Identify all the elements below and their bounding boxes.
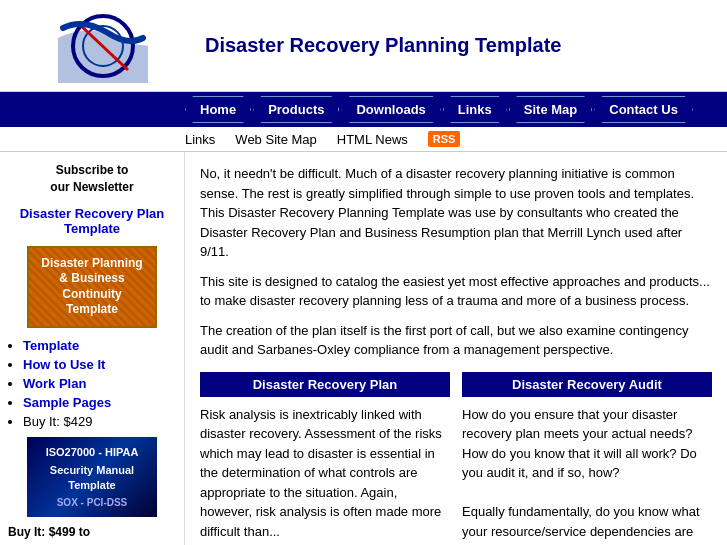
secondary-nav: Links Web Site Map HTML News RSS [0, 127, 727, 152]
template-link[interactable]: Template [23, 338, 79, 353]
sidebar-image1[interactable]: Disaster Planning & Business Continuity … [27, 246, 157, 328]
sidebar-image2[interactable]: ISO27000 - HIPAA Security Manual Templat… [27, 437, 157, 517]
intro-p3: The creation of the plan itself is the f… [200, 321, 712, 360]
two-column-section: Disaster Recovery Plan Risk analysis is … [200, 372, 712, 546]
logo-area [10, 8, 195, 83]
list-item: Sample Pages [23, 395, 176, 410]
sidebar-image1-text: Disaster Planning & Business Continuity … [37, 256, 147, 318]
intro-text: No, it needn't be difficult. Much of a d… [200, 164, 712, 360]
content-layout: Subscribe to our Newsletter Disaster Rec… [0, 152, 727, 545]
site-title: Disaster Recovery Planning Template [195, 34, 717, 57]
col1: Disaster Recovery Plan Risk analysis is … [200, 372, 450, 546]
subscribe-line1: Subscribe to [56, 163, 129, 177]
logo [58, 8, 148, 83]
col2: Disaster Recovery Audit How do you ensur… [462, 372, 712, 546]
list-item: Work Plan [23, 376, 176, 391]
rss-badge[interactable]: RSS [428, 131, 461, 147]
samplepages-link[interactable]: Sample Pages [23, 395, 111, 410]
intro-p1: No, it needn't be difficult. Much of a d… [200, 164, 712, 262]
sidebar-image2-line2: Security Manual Template [35, 463, 149, 492]
nav-contact[interactable]: Contact Us [594, 96, 693, 123]
list-item: How to Use It [23, 357, 176, 372]
sidebar-list: Template How to Use It Work Plan Sample … [23, 338, 176, 429]
col2-header: Disaster Recovery Audit [462, 372, 712, 397]
sec-nav-html-news[interactable]: HTML News [337, 132, 408, 147]
sidebar-image2-text: ISO27000 - HIPAA Security Manual Templat… [35, 445, 149, 509]
nav-home[interactable]: Home [185, 96, 251, 123]
nav-sitemap[interactable]: Site Map [509, 96, 592, 123]
main-content: No, it needn't be difficult. Much of a d… [185, 152, 727, 545]
nav-bar: Home Products Downloads Links Site Map C… [0, 92, 727, 127]
page-header: Disaster Recovery Planning Template [0, 0, 727, 92]
intro-p2: This site is designed to catalog the eas… [200, 272, 712, 311]
dr-plan-link[interactable]: Disaster Recovery Plan Template [8, 206, 176, 236]
sidebar-image2-tag: SOX - PCI-DSS [35, 496, 149, 509]
subscribe-box: Subscribe to our Newsletter [8, 162, 176, 196]
buy-it-label2: Buy It: $499 to [8, 525, 176, 539]
list-item: Buy It: $429 [23, 414, 176, 429]
col1-header: Disaster Recovery Plan [200, 372, 450, 397]
nav-downloads[interactable]: Downloads [341, 96, 440, 123]
nav-products[interactable]: Products [253, 96, 339, 123]
sidebar: Subscribe to our Newsletter Disaster Rec… [0, 152, 185, 545]
workplan-link[interactable]: Work Plan [23, 376, 86, 391]
col2-text: How do you ensure that your disaster rec… [462, 405, 712, 546]
sidebar-image2-line1: ISO27000 - HIPAA [35, 445, 149, 459]
howto-link[interactable]: How to Use It [23, 357, 105, 372]
sec-nav-links[interactable]: Links [185, 132, 215, 147]
buy-it-label1: Buy It: $429 [23, 414, 92, 429]
nav-items: Home Products Downloads Links Site Map C… [185, 94, 693, 125]
subscribe-line2: our Newsletter [50, 180, 133, 194]
col1-text: Risk analysis is inextricably linked wit… [200, 405, 450, 542]
nav-links[interactable]: Links [443, 96, 507, 123]
list-item: Template [23, 338, 176, 353]
sec-nav-sitemap[interactable]: Web Site Map [235, 132, 316, 147]
